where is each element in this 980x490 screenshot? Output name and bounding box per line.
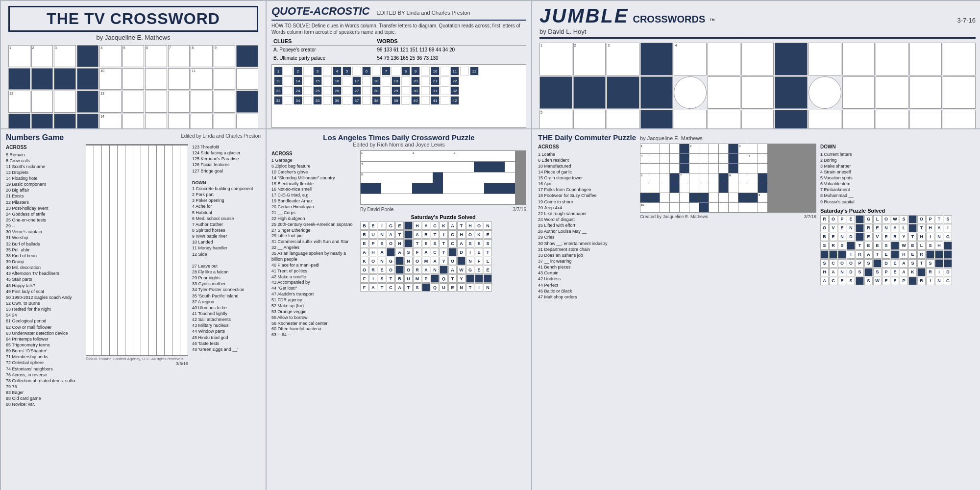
tv-cell[interactable] (122, 114, 145, 128)
tv-cell[interactable] (122, 91, 145, 113)
quote-acrostic-panel: QUOTE-ACROSTIC EDITED BY Linda and Charl… (267, 1, 531, 128)
jumble-trademark: ™ (709, 17, 715, 24)
tv-cell[interactable] (214, 91, 236, 113)
tv-crossword-byline: by Jacqueline E. Mathews (8, 34, 258, 41)
tv-cell-black (77, 114, 99, 128)
numbers-game-panel: Numbers Game Edited by Linda and Charles… (1, 129, 266, 490)
jumble-panel: JUMBLE CROSSWORDS ™ by David L. Hoyt 3-7… (532, 1, 980, 128)
la-author: By David Poole (360, 207, 393, 212)
dc-solved-grid: ROPEGLOWSOPTSOVENRENALTHAIBENDEVERYTHING… (820, 215, 977, 285)
qa-title: QUOTE-ACROSTIC (271, 5, 369, 18)
ng-date: 3/6/16 (86, 361, 188, 366)
tv-cell-black (54, 114, 76, 128)
numbers-game-edited: Edited by Linda and Charles Preston (181, 133, 261, 142)
tv-cell[interactable] (168, 114, 190, 128)
tv-cell[interactable]: 13 (99, 91, 122, 113)
la-crossword-title: Los Angeles Times Daily Crossword Puzzle (271, 133, 526, 142)
tv-cell[interactable] (31, 91, 53, 113)
tv-cell[interactable]: 10 (99, 68, 122, 90)
tv-cell[interactable]: 8 (191, 45, 213, 67)
tv-crossword-panel: THE TV CROSSWORD by Jacqueline E. Mathew… (1, 1, 266, 128)
tv-cell-black (236, 91, 258, 113)
tv-cell[interactable] (236, 68, 258, 90)
dc-down-title: DOWN (820, 144, 977, 150)
la-solved-title: Saturday's Puzzle Solved (360, 214, 526, 220)
numbers-down-clues: 123 Threefold124 Side facing a glacier12… (192, 144, 261, 479)
qa-table: CLUES WORDS A. Popeye's creator 99 133 6… (271, 37, 526, 62)
dc-across-title: ACROSS (538, 144, 636, 150)
la-date: 3/7/16 (513, 207, 526, 212)
tv-cell[interactable] (145, 68, 167, 90)
tv-cell[interactable] (214, 114, 236, 128)
tv-cell[interactable]: 5 (122, 45, 145, 67)
qa-grid: 1 2 3 4 5 6 7 8 9 10 11 12 (271, 64, 526, 128)
la-across-title: ACROSS (271, 150, 357, 157)
la-crossword-panel: Los Angeles Times Daily Crossword Puzzle… (267, 129, 531, 490)
dc-date: 3/7/16 (804, 214, 816, 219)
tv-cell[interactable]: 1 (8, 45, 30, 67)
dc-byline: by Jacqueline E. Mathews (640, 135, 703, 141)
tv-cell[interactable]: 4 (99, 45, 122, 67)
tv-cell[interactable] (54, 91, 76, 113)
dc-down-clues: DOWN 1 Current letters2 Boring3 Make sha… (820, 144, 977, 205)
tv-cell-black (77, 68, 99, 90)
dc-grid: 1 2 3 4 (640, 144, 816, 484)
tv-cell-black (8, 114, 30, 128)
qa-words-header: WORDS (375, 37, 526, 46)
tv-cell[interactable]: 6 (145, 45, 167, 67)
tv-cell-black (236, 45, 258, 67)
tv-cell[interactable]: 7 (168, 45, 190, 67)
tv-cell-black (54, 68, 76, 90)
tv-cell-black (77, 91, 99, 113)
tv-crossword-title: THE TV CROSSWORD (8, 6, 258, 32)
ng-copyright: ©2016 Tribune Content Agency, LLC. All r… (86, 357, 188, 361)
qa-edited-by: EDITED BY Linda and Charles Preston (376, 10, 470, 16)
dc-title: THE Daily Commuter Puzzle (538, 133, 636, 142)
tv-cell[interactable]: 14 (99, 114, 122, 128)
dc-created-by: Created by Jacqueline E. Mathews (640, 214, 708, 219)
tv-cell[interactable]: 12 (8, 91, 30, 113)
qa-clues-header: CLUES (271, 37, 375, 46)
dc-solved-title: Saturday's Puzzle Solved (820, 208, 977, 214)
tv-cell[interactable]: 11 (191, 68, 213, 90)
tv-cell[interactable]: 9 (214, 45, 236, 67)
la-across-clues: ACROSS 1 Garbage6 Ziploc bag feature10 C… (271, 150, 357, 481)
numbers-across-clues: ACROSS 5 Remain8 Crow calls11 Scott's ni… (6, 144, 82, 479)
tv-cell-black (31, 114, 53, 128)
daily-commuter-panel: THE Daily Commuter Puzzle by Jacqueline … (532, 129, 980, 490)
la-saturday-solved: Saturday's Puzzle Solved BEIGEHACKATHONR… (360, 214, 526, 292)
jumble-subtitle: CROSSWORDS (633, 14, 705, 25)
jumble-date: 3-7-16 (957, 17, 976, 24)
tv-cell[interactable] (214, 68, 236, 90)
tv-cell[interactable] (191, 91, 213, 113)
tv-cell-black (31, 68, 53, 90)
tv-cell[interactable] (236, 114, 258, 128)
tv-cell[interactable] (168, 68, 190, 90)
tv-cell[interactable] (191, 114, 213, 128)
numbers-grid: ©2016 Tribune Content Agency, LLC. All r… (86, 144, 188, 479)
qa-clue-a-numbers: 99 133 61 121 151 113 89 44 34 20 (375, 46, 526, 54)
tv-cell[interactable] (122, 68, 145, 90)
la-solved-grid: BEIGEHACKATHONRUNATARTICHOKEEPSONTESTCAS… (360, 221, 526, 292)
dc-across-clues: ACROSS 1 Loathe6 Eden resident10 Manufac… (538, 144, 636, 484)
la-edited-by: Edited by Rich Norris and Joyce Lewis (271, 142, 526, 147)
dc-right-panel: DOWN 1 Current letters2 Boring3 Make sha… (820, 144, 977, 484)
jumble-title: JUMBLE (539, 5, 629, 27)
dc-saturday-solved: Saturday's Puzzle Solved ROPEGLOWSOPTSOV… (820, 208, 977, 285)
qa-clue-b: B. Ultimate party palace (271, 54, 375, 62)
tv-cell[interactable] (145, 114, 167, 128)
qa-instructions: HOW TO SOLVE: Define clues in Words colu… (271, 23, 526, 35)
la-grid-area: 1 2 3 4 (360, 150, 526, 481)
qa-clue-a: A. Popeye's creator (271, 46, 375, 54)
tv-cell-black (8, 68, 30, 90)
tv-cell[interactable]: 2 (31, 45, 53, 67)
jumble-byline: by David L. Hoyt (539, 28, 715, 35)
qa-clue-b-numbers: 54 79 136 165 25 36 73 130 (375, 54, 526, 62)
tv-cell[interactable]: 3 (54, 45, 76, 67)
tv-cell-black (77, 45, 99, 67)
numbers-game-title: Numbers Game (6, 133, 64, 142)
ng-across-title: ACROSS (6, 144, 82, 151)
tv-cell[interactable] (145, 91, 167, 113)
tv-cell[interactable] (168, 91, 190, 113)
